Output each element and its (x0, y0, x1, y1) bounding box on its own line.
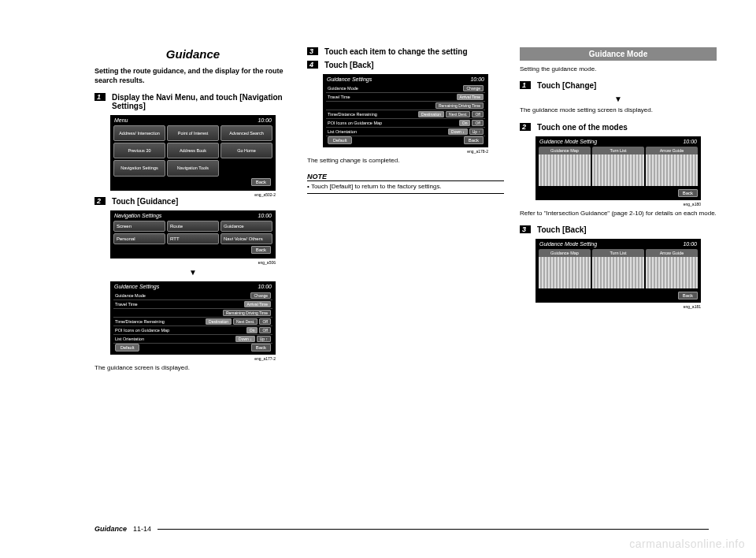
step-2: 2 Touch [Guidance] (94, 197, 291, 206)
section-intro: Setting the route guidance, and the disp… (94, 67, 291, 85)
screen-title: Menu (114, 117, 128, 123)
step-text: Touch [Change] (537, 81, 596, 90)
column-2: 3 Touch each item to change the setting … (307, 47, 504, 380)
section-title: Guidance (94, 47, 291, 61)
mode-tab: Turn List (592, 249, 644, 257)
default-button: Default (115, 344, 139, 352)
back-button: Back (251, 178, 271, 186)
mode-tab: Guidance Map (539, 249, 591, 257)
menu-button: Route (167, 221, 219, 232)
row-label: Guidance Mode (328, 86, 461, 91)
result-text: The guidance screen is displayed. (94, 364, 291, 372)
result-text: The guidance mode setting screen is disp… (520, 106, 717, 114)
screenshot-navi-menu: Menu 10:00 Address/ Intersection Point o… (110, 115, 276, 190)
option: Next Dest. (446, 111, 470, 117)
screen-title: Guidance Settings (114, 284, 159, 289)
caption: eng_a180 (520, 202, 701, 206)
step-number: 2 (520, 123, 531, 131)
step-text: Touch [Back] (537, 225, 587, 234)
menu-button: Navigation Tools (167, 160, 219, 176)
menu-button: Advanced Search (220, 125, 272, 141)
screen-time: 10:00 (683, 241, 697, 247)
page-footer: Guidance 11-14 (94, 525, 709, 533)
option: Down ↓ (448, 128, 468, 135)
back-button: Back (251, 344, 271, 352)
menu-button: Guidance (220, 221, 272, 232)
option: Arrival Time (457, 94, 484, 100)
option: Up ↑ (469, 128, 484, 135)
screen-time: 10:00 (258, 213, 272, 218)
step-number: 3 (520, 225, 531, 233)
option: Off (472, 120, 484, 126)
option: Destination (206, 318, 232, 325)
row-label: Time/Distance Remaining (328, 112, 417, 117)
down-arrow-icon: ▼ (94, 268, 291, 277)
mode-thumb (646, 257, 698, 288)
mode-thumb (539, 257, 591, 288)
step-1: 1 Touch [Change] (520, 81, 717, 90)
screen-time: 10:00 (258, 284, 272, 289)
step-text: Touch [Guidance] (112, 197, 178, 206)
screenshot-guidance-settings: Guidance Settings 10:00 Guidance ModeCha… (110, 281, 276, 355)
row-label: POI Icons on Guidance Map (115, 328, 245, 333)
screenshot-guidance-mode: Guidance Mode Setting 10:00 Guidance Map… (536, 136, 701, 200)
step-1: 1 Display the Navi Menu, and touch [Navi… (94, 93, 291, 110)
row-label: Travel Time (328, 95, 455, 99)
mode-thumb (539, 154, 591, 186)
back-button: Back (678, 189, 698, 197)
mode-thumb (646, 154, 698, 186)
menu-button: Address/ Intersection (113, 125, 165, 141)
menu-button: Address Book (167, 143, 219, 158)
column-1: Guidance Setting the route guidance, and… (94, 47, 291, 380)
footer-section: Guidance (94, 525, 127, 533)
row-label: Guidance Mode (115, 293, 249, 298)
row-label: Travel Time (115, 302, 243, 307)
back-button: Back (678, 292, 698, 299)
footer-page-num: 11-14 (133, 525, 151, 533)
step-text: Display the Navi Menu, and touch [Naviga… (112, 93, 291, 110)
option: Remaining Driving Time (435, 102, 484, 109)
step-number: 1 (520, 81, 531, 89)
back-button: Back (251, 246, 271, 254)
screenshot-guidance-mode-2: Guidance Mode Setting 10:00 Guidance Map… (536, 239, 701, 303)
screen-time: 10:00 (470, 76, 484, 82)
caption: eng_a177-2 (94, 356, 276, 361)
step-3: 3 Touch [Back] (520, 225, 717, 234)
menu-button: Navi Voice/ Others (220, 233, 272, 244)
down-arrow-icon: ▼ (520, 95, 717, 103)
mode-tab: Arrow Guide (646, 147, 698, 154)
refer-text: Refer to "Intersection Guidance" (page 2… (520, 210, 717, 218)
note-title: NOTE (307, 173, 504, 181)
option: Off (259, 318, 271, 325)
mode-tab: Arrow Guide (646, 249, 698, 257)
option: Change (463, 85, 484, 91)
menu-button: RTT (167, 233, 219, 244)
step-number: 1 (94, 93, 106, 101)
step-4: 4 Touch [Back] (307, 61, 504, 69)
menu-button: Previous 20 (113, 143, 165, 158)
option: Up ↑ (257, 336, 271, 342)
mode-thumb (592, 154, 644, 186)
menu-button: Screen (113, 221, 165, 232)
menu-button: Navigation Settings (113, 160, 165, 176)
screenshot-guidance-settings-2: Guidance Settings 10:00 Guidance ModeCha… (323, 74, 488, 147)
mode-tab: Guidance Map (539, 147, 591, 154)
option: On (459, 120, 471, 126)
step-number: 4 (307, 61, 318, 69)
step-number: 3 (307, 47, 318, 55)
menu-button: Personal (113, 233, 165, 244)
row-label: Time/Distance Remaining (115, 319, 204, 324)
option: Remaining Driving Time (223, 310, 271, 316)
screen-title: Guidance Mode Setting (539, 241, 597, 247)
column-3: Guidance Mode Setting the guidance mode.… (520, 47, 717, 380)
screenshot-nav-settings: Navigation Settings 10:00 Screen Route G… (110, 210, 276, 259)
option: On (246, 327, 258, 333)
step-text: Touch each item to change the setting (324, 47, 468, 56)
row-label: POI Icons on Guidance Map (328, 121, 458, 125)
menu-button: Go Home (220, 143, 272, 158)
caption: eng_a178-2 (307, 149, 488, 154)
caption: eng_a181 (520, 304, 701, 309)
option: Arrival Time (244, 301, 271, 307)
watermark: carmanualsonline.info (629, 538, 745, 550)
option: Down ↓ (235, 336, 255, 342)
